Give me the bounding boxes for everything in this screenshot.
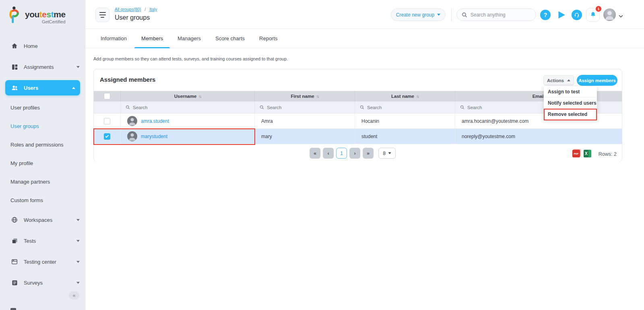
profile-menu-chevron[interactable] [619,12,623,17]
email-cell: noreply@youtestme.com [455,129,622,144]
help-button[interactable]: ? [540,10,551,20]
export-excel-icon[interactable]: X [584,150,591,157]
video-tutorials-button[interactable] [556,10,566,20]
column-header-last-name[interactable]: Last name↑↓ [355,91,455,101]
user-avatar[interactable] [603,8,616,21]
table-footer: « ‹ 1 › » 8 PDF X Rows: 2 [94,145,622,162]
actions-button[interactable]: Actions [543,75,574,85]
sidebar-collapse-button[interactable]: « [69,291,79,300]
sidebar-item-users[interactable]: Users [5,80,80,95]
assignments-icon [10,63,19,71]
sidebar-item-user-profiles[interactable]: User profiles [0,98,85,117]
topbar-divider [451,8,452,21]
menu-item-assign-to-test[interactable]: Assign to test [544,86,597,97]
person-icon [603,8,616,21]
tab-information[interactable]: Information [94,29,134,48]
brand-subtitle: GetCertified [25,19,66,24]
select-all-cell [94,91,121,101]
table-row[interactable]: amra.student Amra Hocanin amra.hocanin@y… [94,114,622,129]
sidebar-item-home[interactable]: Home [0,35,85,56]
tab-reports[interactable]: Reports [252,29,285,48]
tab-managers[interactable]: Managers [171,29,208,48]
bell-icon [589,11,597,19]
row-checkbox[interactable] [104,118,110,124]
sidebar-partial-item-icon [10,308,16,310]
tab-score-charts[interactable]: Score charts [208,29,252,48]
sidebar-item-surveys[interactable]: Surveys [0,272,85,293]
next-page-button[interactable]: › [349,148,360,159]
search-icon [462,12,467,18]
collapse-icon: « [72,292,75,298]
sidebar-nav: Home Assignments Users User profiles Use… [0,35,85,293]
chevron-up-icon [72,87,75,89]
username-search-input[interactable] [133,105,236,110]
select-all-checkbox[interactable] [104,93,110,99]
sidebar-item-tests[interactable]: Tests [0,230,85,251]
menu-item-notify-selected-users[interactable]: Notify selected users [544,97,597,109]
current-page-button[interactable]: 1 [336,148,347,159]
search-icon [260,105,264,110]
global-search-input[interactable] [471,12,531,18]
menu-toggle-button[interactable] [95,8,109,22]
support-button[interactable] [572,10,582,20]
actions-dropdown-menu: Assign to test Notify selected users Rem… [544,86,597,120]
headset-icon [574,12,580,18]
chevron-down-icon [76,282,80,284]
tabbar: Information Members Managers Score chart… [85,29,644,48]
sidebar-item-assignments[interactable]: Assignments [0,56,85,77]
row-checkbox[interactable] [104,133,110,140]
username-link[interactable]: amra.student [141,118,169,124]
testing-center-icon [10,258,19,266]
notifications-button[interactable]: 1 [586,8,600,22]
column-header-first-name[interactable]: First name↑↓ [255,91,355,101]
sort-icon[interactable]: ↑↓ [316,94,319,99]
sidebar-item-workspaces[interactable]: Workspaces [0,209,85,230]
first-page-button[interactable]: « [310,148,320,159]
assigned-members-panel: Assigned members Actions Assign members … [93,69,622,162]
create-new-group-button[interactable]: Create new group [391,8,446,21]
paginator: « ‹ 1 › » 8 [310,148,396,159]
table-row[interactable]: marystudent mary student noreply@youtest… [94,129,622,144]
search-icon [126,105,130,110]
export-buttons: PDF X [572,150,591,157]
panel-title: Assigned members [100,76,155,83]
avatar [127,116,137,126]
sidebar: youtestme GetCertified Home Assignments [0,0,85,310]
brand-logo: youtestme GetCertified [8,5,66,26]
brand-mark-icon [8,5,23,26]
avatar [127,131,137,141]
breadcrumb-all-groups-link[interactable]: All groups(80) [115,7,141,12]
hamburger-icon [99,12,106,13]
breadcrumb-italy-link[interactable]: Italy [149,7,157,12]
sidebar-item-testing-center[interactable]: Testing center [0,251,85,272]
column-header-username[interactable]: Username↑↓ [121,91,255,101]
search-icon [360,105,364,110]
sidebar-item-manage-partners[interactable]: Manage partners [0,172,85,191]
sidebar-item-my-profile[interactable]: My profile [0,154,85,172]
chevron-down-icon [76,66,80,68]
export-pdf-icon[interactable]: PDF [572,150,580,157]
menu-item-remove-selected[interactable]: Remove selected [544,109,597,120]
notification-badge: 1 [595,6,602,12]
username-link[interactable]: marystudent [141,134,167,139]
brand-name: youtestme [25,10,66,19]
assign-members-button[interactable]: Assign members [577,75,617,86]
sidebar-item-user-groups[interactable]: User groups [0,117,85,135]
sort-icon[interactable]: ↑↓ [416,94,419,99]
surveys-icon [10,279,19,287]
global-search [456,8,536,21]
last-name-search-input[interactable] [367,105,443,110]
tab-members[interactable]: Members [134,29,170,48]
last-page-button[interactable]: » [363,148,374,159]
question-icon: ? [544,12,547,18]
page-size-select[interactable]: 8 [378,148,396,159]
sort-icon[interactable]: ↑↓ [198,94,201,99]
first-name-cell: Amra [255,114,355,128]
sidebar-item-roles-permissions[interactable]: Roles and permissions [0,135,85,154]
home-icon [10,42,19,50]
chevron-down-icon [76,240,80,242]
sidebar-item-custom-forms[interactable]: Custom forms [0,191,85,209]
prev-page-button[interactable]: ‹ [323,148,334,159]
first-name-search-input[interactable] [267,105,343,110]
globe-icon [10,216,19,224]
